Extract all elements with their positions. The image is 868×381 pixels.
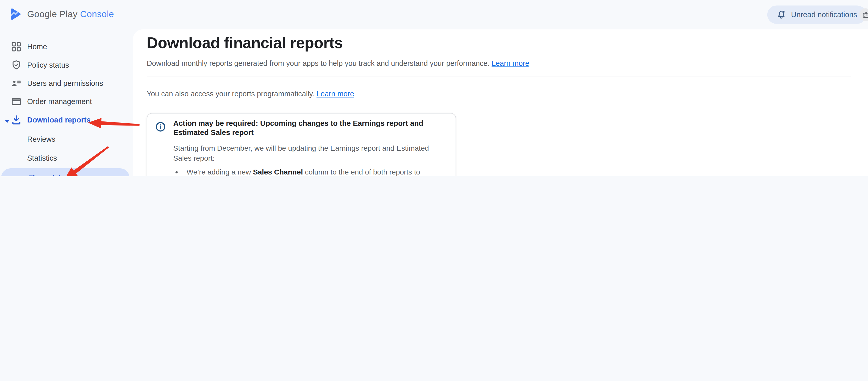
notice-title: Action may be required: Upcoming changes… bbox=[174, 119, 446, 138]
sidebar-item-order-management[interactable]: Order management bbox=[0, 92, 133, 111]
sidebar-item-policy-status[interactable]: Policy status bbox=[0, 55, 133, 74]
page-subtitle: Download monthly reports generated from … bbox=[147, 59, 529, 67]
play-logo-icon bbox=[9, 7, 22, 21]
shield-check-icon bbox=[10, 59, 22, 70]
programmatic-learn-more-link[interactable]: Learn more bbox=[316, 90, 354, 98]
info-icon bbox=[155, 122, 165, 132]
header-divider bbox=[147, 76, 851, 76]
unread-notifications-button[interactable]: Unread notifications bbox=[767, 6, 867, 24]
sidebar-item-home[interactable]: Home bbox=[0, 37, 133, 56]
sidebar-item-download-reports[interactable]: Download reports bbox=[0, 110, 133, 129]
sidebar-item-financial[interactable]: Financial bbox=[1, 168, 129, 176]
notification-bell-icon bbox=[777, 10, 786, 20]
id-badge-icon bbox=[862, 11, 868, 19]
subtitle-learn-more-link[interactable]: Learn more bbox=[492, 59, 529, 67]
grid-icon bbox=[10, 41, 22, 52]
notice-bullet-1: We’re adding a new Sales Channel column … bbox=[186, 167, 437, 176]
unread-notifications-label: Unread notifications bbox=[791, 10, 857, 19]
sidebar-item-users-permissions[interactable]: Users and permissions bbox=[0, 74, 133, 92]
page-title: Download financial reports bbox=[147, 34, 343, 52]
google-play-console-logo[interactable]: Google Play Console bbox=[9, 7, 114, 21]
google-play-console-page: Google Play Console Unread notifications bbox=[0, 0, 868, 176]
logo-wordmark: Google Play Console bbox=[27, 9, 114, 20]
bullet-dot bbox=[176, 171, 178, 173]
programmatic-access-text: You can also access your reports program… bbox=[147, 90, 354, 98]
notice-intro: Starting from December, we will be updat… bbox=[174, 144, 440, 164]
person-list-icon bbox=[10, 77, 22, 89]
download-icon bbox=[10, 114, 22, 125]
payment-card-icon bbox=[10, 95, 22, 107]
notice-card: Action may be required: Upcoming changes… bbox=[147, 113, 456, 176]
